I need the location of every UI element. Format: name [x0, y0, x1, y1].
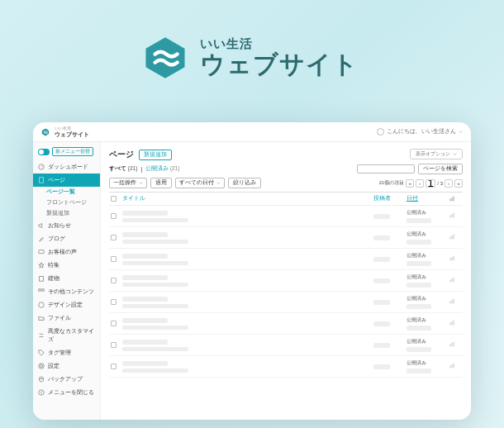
megaphone-icon: [38, 222, 45, 229]
row-checkbox[interactable]: [111, 256, 116, 262]
pages-table: タイトル 投稿者 日付 公開済み公開済み公開済み公開済み公開済み公開済み公開済み…: [109, 192, 463, 378]
search-button[interactable]: ページを検索: [418, 164, 463, 174]
row-title[interactable]: [122, 361, 373, 373]
sidebar-item-label: お知らせ: [48, 221, 71, 230]
stats-icon[interactable]: [448, 363, 456, 369]
filter-button[interactable]: 絞り込み: [228, 178, 261, 188]
svg-rect-28: [449, 302, 450, 304]
chevron-down-icon: [453, 152, 457, 156]
row-checkbox[interactable]: [111, 235, 116, 240]
page-last-button[interactable]: »: [454, 179, 463, 188]
svg-point-11: [40, 377, 44, 378]
stats-icon[interactable]: [448, 234, 456, 240]
sidebar-item-building[interactable]: 建物: [33, 272, 100, 285]
row-checkbox[interactable]: [111, 321, 116, 326]
tab-published[interactable]: 公開済み (21): [145, 165, 179, 173]
folder-icon: [38, 315, 45, 321]
row-title[interactable]: [122, 211, 373, 222]
date-filter-select[interactable]: すべての日付: [175, 178, 225, 188]
menu-toggle[interactable]: 新メニュー切替: [33, 145, 100, 158]
row-checkbox[interactable]: [111, 299, 116, 305]
display-options-button[interactable]: 表示オプション: [410, 149, 463, 159]
page-first-button[interactable]: «: [406, 179, 414, 188]
stats-icon[interactable]: [448, 341, 456, 347]
svg-rect-13: [449, 198, 450, 201]
svg-rect-15: [453, 196, 454, 201]
sidebar-item-label: 特集: [48, 261, 59, 269]
sidebar-item-tags[interactable]: タグ管理: [33, 346, 100, 359]
svg-rect-26: [451, 278, 452, 282]
svg-rect-19: [449, 237, 450, 240]
tab-all[interactable]: すべて (21): [109, 165, 137, 173]
user-menu[interactable]: こんにちは、いい生活さん: [377, 128, 463, 136]
sidebar-item-files[interactable]: ファイル: [33, 311, 100, 325]
sidebar-sub-new[interactable]: 新規追加: [33, 208, 100, 219]
sidebar-item-pages[interactable]: ページ: [33, 174, 100, 187]
row-checkbox[interactable]: [111, 278, 116, 283]
row-checkbox[interactable]: [111, 364, 116, 369]
chevron-down-icon: [216, 181, 221, 185]
table-row: 公開済み: [109, 292, 463, 313]
svg-rect-38: [451, 364, 452, 368]
svg-marker-0: [145, 37, 184, 78]
sidebar-sub-front-page[interactable]: フロントページ: [33, 197, 100, 208]
chevron-down-icon: [139, 181, 143, 185]
chevron-down-icon: [459, 130, 463, 134]
stats-icon[interactable]: [448, 320, 456, 326]
sidebar-item-other[interactable]: その他コンテンツ: [33, 285, 100, 298]
row-checkbox[interactable]: [111, 342, 116, 348]
row-checkbox[interactable]: [111, 213, 116, 219]
sidebar-sub-page-list[interactable]: ページ一覧: [33, 187, 100, 197]
page-number-input[interactable]: [426, 179, 435, 188]
table-row: 公開済み: [109, 249, 463, 270]
sidebar-item-backup[interactable]: バックアップ: [33, 373, 100, 386]
sidebar-item-news[interactable]: お知らせ: [33, 219, 100, 232]
stats-icon[interactable]: [448, 298, 456, 304]
row-date: 公開済み: [407, 209, 448, 223]
svg-rect-20: [451, 235, 452, 239]
col-date[interactable]: 日付: [407, 195, 448, 202]
sidebar-item-blog[interactable]: ブログ: [33, 232, 100, 245]
row-date: 公開済み: [407, 231, 448, 245]
bulk-action-select[interactable]: 一括操作: [109, 178, 147, 188]
row-title[interactable]: [122, 275, 373, 287]
table-row: 公開済み: [109, 313, 463, 335]
row-title[interactable]: [122, 254, 373, 265]
row-title[interactable]: [122, 340, 373, 351]
row-title[interactable]: [122, 318, 373, 330]
table-row: 公開済み: [109, 356, 463, 378]
stats-icon[interactable]: [448, 277, 456, 283]
sidebar-item-settings[interactable]: 設定: [33, 359, 100, 373]
stats-icon[interactable]: [448, 212, 456, 218]
row-date: 公開済み: [407, 338, 448, 352]
svg-rect-17: [451, 214, 452, 217]
select-all-checkbox[interactable]: [111, 196, 116, 202]
page-next-button[interactable]: ›: [445, 179, 453, 188]
svg-rect-22: [449, 259, 450, 261]
display-options-label: 表示オプション: [416, 150, 450, 158]
sidebar-item-collapse[interactable]: メニューを閉じる: [33, 386, 100, 399]
row-author: [373, 300, 407, 305]
row-author: [373, 321, 407, 326]
col-title[interactable]: タイトル: [122, 195, 373, 202]
stats-icon[interactable]: [448, 255, 456, 261]
sidebar-item-design[interactable]: デザイン設定: [33, 298, 100, 311]
row-date: 公開済み: [407, 359, 448, 373]
new-page-button[interactable]: 新規追加: [139, 150, 172, 160]
sidebar-item-dashboard[interactable]: ダッシュボード: [33, 160, 100, 174]
row-title[interactable]: [122, 297, 373, 308]
sidebar-item-testimonials[interactable]: お客様の声: [33, 245, 100, 259]
app-window: いい生活 ウェブサイト こんにちは、いい生活さん 新メニュー切替 ダッシュボード…: [33, 122, 471, 420]
apply-button[interactable]: 適用: [150, 178, 172, 188]
row-title[interactable]: [122, 232, 373, 244]
svg-rect-39: [453, 364, 454, 369]
sidebar-item-feature[interactable]: 特集: [33, 259, 100, 272]
sidebar-item-customize[interactable]: 高度なカスタマイズ: [33, 325, 100, 346]
page-prev-button[interactable]: ‹: [416, 179, 424, 188]
search-input[interactable]: [357, 164, 415, 174]
sidebar: 新メニュー切替 ダッシュボード ページ ページ一覧 フロントページ 新規追加 お…: [33, 142, 101, 420]
svg-point-10: [39, 364, 44, 369]
palette-icon: [38, 302, 45, 308]
row-author: [373, 235, 407, 240]
col-author[interactable]: 投稿者: [373, 195, 407, 202]
